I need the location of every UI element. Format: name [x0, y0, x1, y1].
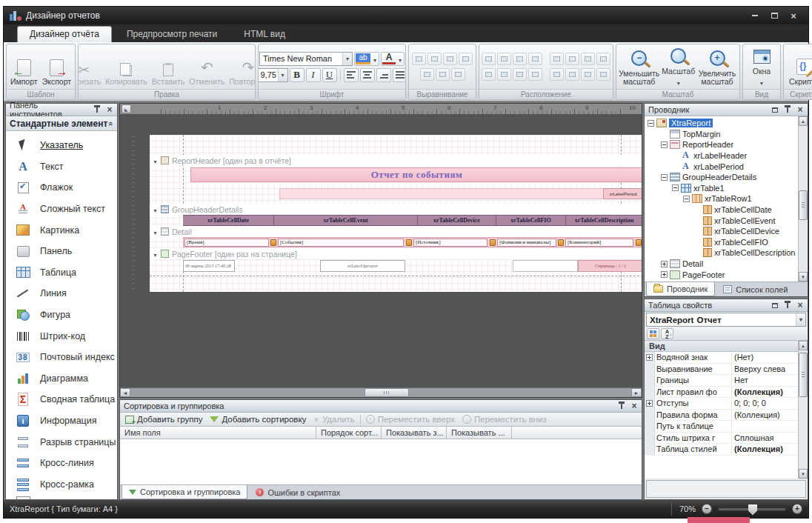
chevron-down-icon[interactable]: [796, 313, 805, 326]
zoom-in-button[interactable]: + Увеличить масштаб: [697, 46, 738, 87]
layout-tool-icon[interactable]: [596, 68, 610, 81]
design-canvas[interactable]: ReportHeader [один раз в отчёте] Отчет п…: [120, 114, 642, 387]
footer-page-label[interactable]: Страница : 1 / 1: [578, 260, 642, 272]
column-show-header[interactable]: Показывать з...: [382, 427, 447, 439]
tree-item-xtrareport[interactable]: XtraReport: [645, 118, 808, 129]
toolbox-item-shape[interactable]: Фигура: [6, 304, 117, 326]
layout-tool-icon[interactable]: [528, 53, 542, 65]
zoom-out-button[interactable]: − Уменьшить масштаб: [619, 46, 660, 87]
copy-button[interactable]: Копировать: [104, 46, 149, 87]
zoom-slider-thumb[interactable]: [748, 504, 757, 516]
toolbox-category[interactable]: Стандартные элемент: [6, 116, 117, 131]
toolbox-item-pivot[interactable]: Сводная таблица: [6, 389, 117, 410]
tab-report-designer[interactable]: Дизайнер отчёта: [17, 26, 112, 42]
property-row-format-rules-sheet[interactable]: Лист правил фо(Коллекция): [645, 387, 808, 399]
tree-item-cellevent[interactable]: xrTableCellEvent: [645, 215, 808, 226]
table-cell-device[interactable]: xrTableCellDevice: [418, 216, 496, 225]
pin-button[interactable]: [782, 301, 793, 310]
toolbox-item-barcode[interactable]: Штрих-код: [6, 325, 117, 347]
tree-item-groupheader[interactable]: GroupHeaderDetails: [645, 172, 808, 183]
maximize-button[interactable]: [768, 10, 780, 21]
align-tool-icon[interactable]: [459, 53, 473, 65]
paste-button[interactable]: Вставить: [150, 46, 187, 87]
detail-field-time[interactable]: [Время]: [184, 239, 269, 247]
expand-toggle-icon[interactable]: [648, 120, 654, 127]
tab-explorer[interactable]: Проводник: [646, 282, 715, 296]
tree-item-cellfio[interactable]: xrTableCellFIO: [645, 237, 808, 248]
sorting-list[interactable]: [120, 439, 642, 484]
zoom-out-button[interactable]: −: [702, 504, 712, 514]
band-detail[interactable]: Detail: [150, 226, 642, 237]
scroll-up-icon[interactable]: ▲: [799, 116, 808, 126]
collapse-icon[interactable]: [109, 119, 113, 129]
align-left-button[interactable]: [344, 68, 359, 82]
vertical-ruler[interactable]: [127, 136, 135, 290]
scroll-down-icon[interactable]: ▼: [799, 469, 808, 479]
align-tool-icon[interactable]: [427, 53, 442, 65]
toolbox-item-zipcode[interactable]: Почтовый индекс: [6, 347, 117, 368]
align-right-button[interactable]: [376, 68, 391, 82]
toolbox-item-pageinfo[interactable]: Информация: [6, 410, 117, 432]
chevron-down-icon[interactable]: [396, 52, 404, 65]
report-title-label[interactable]: Отчет по событиям: [190, 167, 642, 182]
restore-button[interactable]: [770, 301, 780, 310]
object-selector-combo[interactable]: XtraReport Отчет: [646, 313, 806, 327]
detail-row[interactable]: [Время] [События] [Источник] [Фамилия и …: [183, 237, 642, 247]
expand-toggle-icon[interactable]: [661, 174, 668, 181]
move-up-button[interactable]: ↑Переместить вверх: [364, 414, 457, 424]
expand-toggle-icon[interactable]: [661, 261, 668, 267]
tree-item-detail[interactable]: Detail: [645, 259, 808, 270]
delete-button[interactable]: Удалить: [311, 414, 356, 424]
align-tool-icon[interactable]: [451, 68, 465, 81]
table-cell-date[interactable]: xrTableCellDate: [183, 216, 274, 225]
toolbox-item-panel[interactable]: Панель: [6, 241, 117, 262]
layout-tool-icon[interactable]: [550, 53, 564, 65]
close-button[interactable]: [788, 10, 799, 21]
scripts-button[interactable]: Скрипты: [788, 46, 812, 87]
tab-print-preview[interactable]: Предпросмотр печати: [115, 27, 229, 42]
categorized-button[interactable]: [647, 328, 659, 339]
table-cell-fio[interactable]: xrTableCellFIO: [496, 216, 566, 225]
toolbox-item-chart[interactable]: Диаграмма: [6, 368, 117, 390]
property-row-table-path[interactable]: Путь к таблице: [645, 421, 808, 433]
chevron-down-icon[interactable]: [371, 52, 379, 65]
align-tool-icon[interactable]: [420, 68, 434, 81]
scroll-right-icon[interactable]: ►: [631, 388, 642, 397]
layout-tool-icon[interactable]: [565, 68, 579, 81]
layout-tool-icon[interactable]: [482, 68, 496, 81]
align-tool-icon[interactable]: [412, 53, 426, 65]
layout-tool-icon[interactable]: [497, 53, 511, 65]
expand-toggle-icon[interactable]: [646, 354, 653, 361]
toolbox-item-picture[interactable]: Картинка: [6, 219, 117, 241]
move-down-button[interactable]: ↓Переместить вниз: [460, 414, 549, 424]
toolbox-item-pagebreak[interactable]: Разрыв страницы: [6, 431, 117, 453]
windows-button[interactable]: Окна: [751, 46, 772, 87]
font-size-combo[interactable]: 9,75: [258, 68, 288, 82]
band-group-header[interactable]: GroupHeaderDetails: [150, 204, 642, 215]
tree-item-celldate[interactable]: xrTableCellDate: [645, 204, 808, 216]
tree-item-xrlabelperiod[interactable]: xrLabelPeriod: [645, 161, 808, 172]
period-band-strip[interactable]: [279, 188, 621, 199]
layout-tool-icon[interactable]: [550, 68, 564, 81]
horizontal-scrollbar[interactable]: ◄ ►: [120, 387, 642, 397]
zoom-slider[interactable]: [718, 507, 786, 511]
band-report-header[interactable]: ReportHeader [один раз в отчёте]: [150, 155, 642, 166]
expand-toggle-icon[interactable]: [646, 400, 653, 407]
tree-item-xrtablerow1[interactable]: xrTableRow1: [645, 193, 808, 204]
scrollbar-thumb[interactable]: [799, 190, 808, 220]
layout-tool-icon[interactable]: [497, 68, 511, 81]
detail-field-source[interactable]: [Источник]: [413, 239, 487, 247]
tree-item-celldescription[interactable]: xrTableCellDescription: [645, 247, 808, 259]
properties-scrollbar[interactable]: ▲ ▼: [798, 341, 808, 479]
property-row-style-sheet[interactable]: Таблица стилей(Коллекция): [645, 444, 808, 456]
detail-field-event[interactable]: [События]: [278, 239, 404, 247]
bold-button[interactable]: B: [290, 68, 304, 82]
toolbox-item-text[interactable]: Текст: [6, 156, 117, 178]
zoom-in-button[interactable]: +: [792, 504, 802, 514]
cut-button[interactable]: Вырезать: [78, 46, 102, 87]
pin-button[interactable]: [616, 402, 627, 411]
export-button[interactable]: → Экспорт: [41, 46, 73, 87]
property-row-format-rules[interactable]: Правила форма(Коллекция): [645, 410, 808, 422]
font-name-combo[interactable]: Times New Roman: [259, 52, 353, 66]
tree-item-topmargin[interactable]: TopMargin: [645, 129, 808, 140]
